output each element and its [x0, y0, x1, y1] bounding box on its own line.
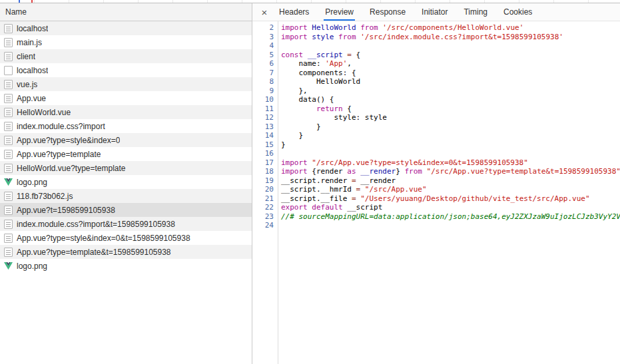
line-number: 2 — [252, 23, 278, 33]
request-name: localhost — [17, 24, 48, 33]
request-name: vue.js — [17, 80, 37, 89]
code-text: data() { — [278, 95, 334, 104]
request-row[interactable]: index.module.css?import — [0, 119, 252, 133]
line-number: 20 — [252, 185, 278, 194]
code-line: 2import HelloWorld from '/src/components… — [252, 23, 620, 33]
plain-file-icon — [4, 66, 13, 75]
line-number: 3 — [252, 33, 278, 42]
request-row[interactable]: localhost — [0, 21, 252, 35]
tab-preview[interactable]: Preview — [324, 3, 355, 21]
code-text — [278, 41, 281, 51]
request-row[interactable]: logo.png — [0, 259, 252, 273]
code-line: 4 — [252, 41, 620, 51]
line-number: 22 — [252, 203, 278, 212]
timeline-red-tick — [31, 0, 33, 3]
line-number: 8 — [252, 77, 278, 87]
code-line: 7 components: { — [252, 69, 620, 78]
vue-logo-icon — [4, 178, 13, 187]
code-text: const __script = { — [278, 51, 360, 60]
request-name: index.module.css?import — [17, 122, 105, 131]
request-row[interactable]: HelloWorld.vue — [0, 105, 252, 119]
request-row[interactable]: vue.js — [0, 77, 252, 91]
timeline-blue-tick — [19, 0, 20, 3]
line-number: 13 — [252, 122, 278, 132]
request-row[interactable]: localhost — [0, 63, 252, 77]
name-column-header[interactable]: Name — [0, 3, 252, 21]
code-text: __script.render = __render — [278, 176, 396, 186]
document-icon — [4, 52, 13, 61]
code-text: return { — [278, 104, 352, 114]
code-line: 23//# sourceMappingURL=data:application/… — [252, 212, 620, 222]
line-number: 19 — [252, 176, 278, 186]
line-number: 12 — [252, 113, 278, 122]
code-text: import HelloWorld from '/src/components/… — [278, 23, 523, 33]
panel-body: Name localhostmain.jsclientlocalhostvue.… — [0, 3, 620, 364]
line-number: 11 — [252, 104, 278, 114]
code-text: components: { — [278, 69, 356, 78]
line-number: 7 — [252, 69, 278, 78]
request-row[interactable]: 118.fb73b062.js — [0, 189, 252, 203]
code-text: //# sourceMappingURL=data:application/js… — [278, 212, 620, 222]
preview-code-view[interactable]: 2import HelloWorld from '/src/components… — [252, 21, 620, 364]
code-text: style: style — [278, 113, 387, 122]
request-row[interactable]: index.module.css?import&t=1598599105938 — [0, 217, 252, 231]
tab-response[interactable]: Response — [368, 3, 407, 21]
request-name: HelloWorld.vue?type=template — [17, 164, 126, 173]
request-row[interactable]: App.vue?type=template&t=1598599105938 — [0, 245, 252, 259]
tab-initiator[interactable]: Initiator — [420, 3, 449, 21]
line-number: 15 — [252, 140, 278, 150]
request-name: App.vue?type=template&t=1598599105938 — [17, 248, 171, 257]
tab-headers[interactable]: Headers — [278, 3, 310, 21]
line-number: 6 — [252, 59, 278, 69]
request-row[interactable]: App.vue?type=style&index=0 — [0, 133, 252, 147]
close-icon[interactable]: × — [258, 3, 271, 21]
request-name: 118.fb73b062.js — [17, 192, 73, 201]
request-row[interactable]: App.vue — [0, 91, 252, 105]
request-row[interactable]: App.vue?type=template — [0, 147, 252, 161]
request-name: index.module.css?import&t=1598599105938 — [17, 220, 175, 229]
code-line: 15} — [252, 140, 620, 150]
document-icon — [4, 206, 13, 215]
line-number: 16 — [252, 149, 278, 158]
line-number: 18 — [252, 167, 278, 176]
code-line: 19__script.render = __render — [252, 176, 620, 186]
code-line: 12 style: style — [252, 113, 620, 122]
document-icon — [4, 122, 13, 131]
document-icon — [4, 164, 13, 173]
code-text: } — [278, 140, 286, 150]
request-row[interactable]: logo.png — [0, 175, 252, 189]
code-line: 18import {render as __render} from "/src… — [252, 167, 620, 176]
request-list: localhostmain.jsclientlocalhostvue.jsApp… — [0, 21, 252, 364]
code-text: import style from '/src/index.module.css… — [278, 33, 563, 42]
request-name: main.js — [17, 38, 42, 47]
request-detail-panel: × HeadersPreviewResponseInitiatorTimingC… — [252, 3, 620, 364]
request-row[interactable]: main.js — [0, 35, 252, 49]
line-number: 5 — [252, 51, 278, 60]
code-line: 11 return { — [252, 104, 620, 114]
code-line: 3import style from '/src/index.module.cs… — [252, 33, 620, 42]
code-text: }, — [278, 87, 308, 96]
document-icon — [4, 136, 13, 145]
document-icon — [4, 94, 13, 103]
request-name: App.vue?t=1598599105938 — [17, 206, 115, 215]
code-line: 17import "/src/App.vue?type=style&index=… — [252, 158, 620, 168]
document-icon — [4, 248, 13, 257]
network-overview-timeline[interactable] — [0, 0, 620, 3]
request-row[interactable]: client — [0, 49, 252, 63]
code-line: 16 — [252, 149, 620, 158]
tab-cookies[interactable]: Cookies — [502, 3, 533, 21]
request-row[interactable]: App.vue?t=1598599105938 — [0, 203, 252, 217]
request-name: localhost — [17, 66, 48, 75]
code-text: import "/src/App.vue?type=style&index=0&… — [278, 158, 528, 168]
request-row[interactable]: HelloWorld.vue?type=template — [0, 161, 252, 175]
code-line: 24 — [252, 221, 620, 230]
request-name: App.vue?type=template — [17, 150, 101, 159]
code-line: 10 data() { — [252, 95, 620, 104]
line-number: 24 — [252, 221, 278, 230]
request-name: logo.png — [17, 262, 47, 271]
request-row[interactable]: App.vue?type=style&index=0&t=15985991059… — [0, 231, 252, 245]
code-text: } — [278, 131, 303, 140]
code-line: 9 }, — [252, 87, 620, 96]
code-text: HelloWorld — [278, 77, 360, 87]
tab-timing[interactable]: Timing — [462, 3, 489, 21]
